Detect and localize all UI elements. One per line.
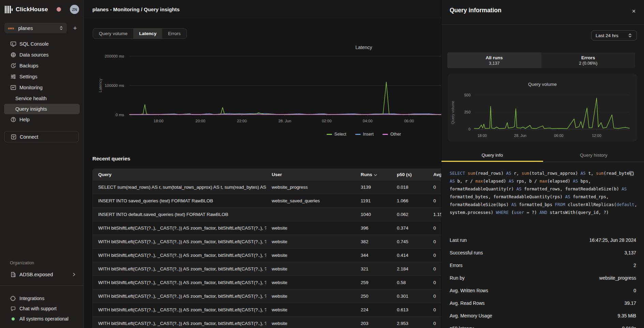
sidebar-item-sql-console[interactable]: SQL Console	[0, 38, 84, 49]
stat-row-last-run: Last run16:47:25, Jun 28 2024	[441, 234, 644, 247]
tab-query-info[interactable]: Query info	[441, 149, 543, 162]
stat-row-run-by: Run bywebsite_progress	[441, 272, 644, 284]
svg-text:Latency: Latency	[99, 79, 102, 93]
service-selector[interactable]: aws planes	[4, 23, 67, 33]
tab-label: All runs	[486, 55, 503, 60]
legend-label: Insert	[363, 132, 374, 137]
column-query: Query	[93, 169, 266, 180]
clickhouse-logo-icon	[5, 6, 13, 13]
data-sources-icon	[10, 52, 16, 58]
status-ok-icon	[12, 317, 15, 321]
connect-button[interactable]: Connect	[4, 131, 79, 142]
svg-text:Latency: Latency	[355, 45, 372, 50]
sidebar-item-data-sources[interactable]: Data sources	[0, 49, 84, 60]
sidebar-item-help[interactable]: Help	[0, 114, 84, 125]
query-volume-card: 025050018:0028. Jun06:0012:00Query volum…	[448, 74, 637, 142]
svg-text:250: 250	[464, 110, 470, 114]
svg-text:500: 500	[464, 93, 470, 97]
sidebar-item-system-status[interactable]: All systems operational	[0, 314, 84, 324]
tab-label: Errors	[581, 55, 595, 60]
sidebar-item-chat-support[interactable]: Chat with support	[0, 303, 84, 314]
sidebar-item-label: Query insights	[15, 106, 47, 112]
connect-label: Connect	[20, 134, 38, 140]
avatar[interactable]: ZN	[70, 5, 79, 14]
sidebar-item-settings[interactable]: Settings	[0, 71, 84, 82]
svg-text:100000 ms: 100000 ms	[105, 83, 124, 88]
footer-item-label: Integrations	[19, 296, 44, 301]
recent-queries-title: Recent queries	[92, 156, 130, 162]
tab-latency[interactable]: Latency	[133, 29, 162, 38]
chat-icon	[10, 306, 16, 312]
tab-query-volume[interactable]: Query volume	[93, 29, 133, 38]
stats-list: Last run16:47:25, Jun 28 2024 Successful…	[441, 234, 644, 328]
add-service-button[interactable]: +	[70, 24, 80, 33]
sidebar-item-label: Service health	[15, 96, 47, 101]
clickhouse-logo[interactable]: ClickHouse	[5, 5, 48, 14]
column-p50: p50 (s)	[391, 169, 428, 180]
panel-title: Query information	[450, 7, 501, 14]
tab-errors[interactable]: Errors	[162, 29, 186, 38]
legend-item-insert[interactable]: Insert	[355, 132, 374, 137]
tab-query-history[interactable]: Query history	[543, 149, 644, 162]
svg-text:Query volume: Query volume	[528, 82, 557, 87]
svg-text:04:00: 04:00	[363, 119, 373, 123]
sidebar: ClickHouse ZN aws planes + SQL Console D…	[0, 0, 84, 328]
sidebar-item-query-insights[interactable]: Query insights	[4, 104, 80, 114]
svg-text:22:00: 22:00	[237, 119, 247, 123]
organization-item[interactable]: ADSB.exposed	[0, 269, 84, 280]
sidebar-item-integrations[interactable]: Integrations	[0, 293, 84, 303]
chart-view-tabs: Query volume Latency Errors	[93, 28, 187, 39]
sidebar-item-label: Settings	[19, 74, 37, 79]
svg-text:12:00: 12:00	[592, 134, 601, 138]
chevron-right-icon	[72, 272, 76, 277]
sidebar-item-backups[interactable]: Backups	[0, 60, 84, 71]
time-range-select[interactable]: Last 24 hrs	[591, 30, 637, 41]
column-runs[interactable]: Runs	[355, 169, 391, 180]
legend-item-select[interactable]: Select	[327, 132, 346, 137]
query-volume-chart: 025050018:0028. Jun06:0012:00Query volum…	[448, 74, 637, 142]
sidebar-item-label: SQL Console	[19, 41, 49, 47]
tab-errors-count[interactable]: Errors 2 (0.06%)	[541, 52, 635, 68]
tab-all-runs[interactable]: All runs 3,137	[447, 52, 541, 68]
page-title: planes - Monitoring / Query insights	[92, 6, 180, 12]
legend-swatch-insert	[355, 134, 361, 135]
svg-text:0 ms: 0 ms	[116, 113, 124, 117]
connect-icon	[11, 134, 17, 140]
tab-value: 3,137	[489, 61, 499, 66]
integrations-icon	[10, 296, 16, 301]
close-icon[interactable]: ×	[629, 7, 638, 16]
organization-name: ADSB.exposed	[19, 272, 72, 277]
query-information-panel: Query information × Last 24 hrs All runs…	[441, 0, 644, 328]
console-icon	[10, 41, 16, 47]
svg-text:02:00: 02:00	[322, 119, 332, 123]
copy-icon[interactable]	[628, 170, 634, 176]
stat-row-successful-runs: Successful runs3,137	[441, 247, 644, 259]
sort-desc-icon	[374, 172, 377, 177]
sidebar-item-monitoring[interactable]: Monitoring	[0, 82, 84, 93]
help-icon	[10, 116, 16, 123]
chevron-up-down-icon	[628, 33, 632, 38]
sidebar-item-service-health[interactable]: Service health	[0, 93, 84, 104]
stat-row-p50-latency: p50 latency0.018s	[441, 322, 644, 328]
sidebar-item-label: Backups	[19, 63, 39, 68]
legend-label: Select	[334, 132, 346, 137]
info-tabs: Query info Query history	[441, 149, 644, 162]
organization-section-label: Organization	[10, 261, 34, 265]
legend-item-other[interactable]: Other	[383, 132, 401, 137]
svg-text:Query volume: Query volume	[451, 101, 455, 124]
svg-text:28. Jun: 28. Jun	[514, 134, 526, 138]
sidebar-item-label: Data sources	[19, 52, 48, 58]
settings-icon	[10, 74, 16, 80]
svg-text:0: 0	[468, 127, 470, 131]
legend-swatch-other	[383, 134, 388, 135]
notification-dot	[57, 7, 61, 12]
sidebar-item-label: Monitoring	[19, 85, 43, 90]
time-range-value: Last 24 hrs	[596, 33, 628, 38]
svg-text:28. Jun: 28. Jun	[278, 119, 291, 123]
summary-tabs: All runs 3,137 Errors 2 (0.06%)	[447, 52, 635, 68]
sidebar-divider	[0, 285, 84, 286]
chevron-up-down-icon	[59, 26, 63, 30]
sql-code: SELECT sum(read_rows) AS r, sum(total_ro…	[450, 169, 638, 216]
legend-swatch-select	[327, 134, 332, 135]
svg-text:06:00: 06:00	[404, 119, 414, 123]
